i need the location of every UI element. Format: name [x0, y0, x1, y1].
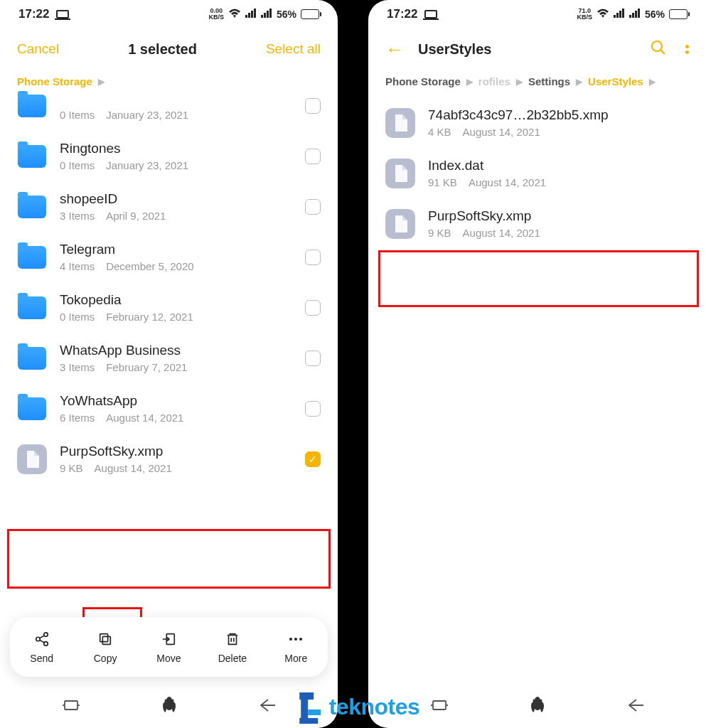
screenshot-left: 17:22 0.00KB/S 56% Cancel 1 selected Sel…: [0, 0, 338, 728]
list-item[interactable]: Tokopedia0 ItemsFebruary 12, 2021: [1, 282, 336, 333]
list-item[interactable]: Ringtones0 ItemsJanuary 23, 2021: [1, 131, 336, 181]
checkbox[interactable]: [305, 149, 321, 164]
status-time: 17:22: [18, 7, 49, 21]
file-icon: [385, 110, 415, 136]
breadcrumb-item[interactable]: Phone Storage: [385, 75, 461, 87]
list-item[interactable]: Podcasts0 ItemsJanuary 23, 2021: [1, 90, 336, 131]
item-meta: 0 ItemsJanuary 23, 2021: [60, 159, 292, 171]
chevron-right-icon: ▶: [576, 77, 582, 87]
breadcrumb-item[interactable]: UserStyles: [588, 75, 643, 87]
list-item[interactable]: WhatsApp Business3 ItemsFebruary 7, 2021: [1, 333, 336, 383]
highlight-annotation: [378, 250, 699, 307]
item-meta: 9 KBAugust 14, 2021: [428, 227, 689, 239]
battery-percent: 56%: [645, 9, 665, 20]
item-name: PurpSoftSky.xmp: [60, 444, 292, 459]
home-button[interactable]: [162, 697, 176, 717]
chevron-right-icon: ▶: [466, 77, 473, 87]
list-item[interactable]: 74abf3c43c97…2b32bb5.xmp4 KBAugust 14, 2…: [370, 97, 705, 148]
folder-header: ← UserStyles: [368, 28, 706, 70]
copy-button[interactable]: Copy: [82, 630, 128, 664]
checkbox[interactable]: [305, 401, 321, 417]
network-speed: 71.0KB/S: [577, 8, 592, 21]
home-button[interactable]: [530, 697, 545, 717]
svg-rect-29: [638, 9, 640, 18]
back-button[interactable]: [260, 698, 275, 715]
folder-icon: [17, 295, 47, 321]
item-body: Ringtones0 ItemsJanuary 23, 2021: [60, 141, 292, 171]
svg-rect-22: [614, 15, 616, 18]
list-item[interactable]: YoWhatsApp6 ItemsAugust 14, 2021: [1, 383, 336, 434]
back-button[interactable]: [628, 698, 643, 715]
list-item[interactable]: Index.dat91 KBAugust 14, 2021: [370, 148, 705, 198]
svg-rect-27: [632, 13, 634, 18]
move-icon: [161, 630, 176, 648]
svg-rect-3: [254, 9, 256, 18]
selection-count: 1 selected: [128, 41, 197, 58]
file-icon: [385, 211, 415, 237]
checkbox[interactable]: [305, 300, 321, 316]
cancel-button[interactable]: Cancel: [17, 41, 59, 57]
checkbox[interactable]: [305, 199, 321, 215]
action-label: Send: [30, 653, 53, 664]
status-bar: 17:22 71.0KB/S 56%: [368, 0, 706, 28]
battery-percent: 56%: [277, 9, 296, 20]
item-body: WhatsApp Business3 ItemsFebruary 7, 2021: [60, 343, 292, 373]
send-button[interactable]: Send: [19, 630, 65, 664]
list-item[interactable]: shopeeID3 ItemsApril 9, 2021: [1, 181, 336, 232]
network-speed: 0.00KB/S: [208, 8, 224, 21]
watermark: teknotes: [287, 687, 420, 727]
item-body: PurpSoftSky.xmp9 KBAugust 14, 2021: [60, 444, 292, 474]
item-name: shopeeID: [60, 191, 292, 207]
checkbox[interactable]: [305, 98, 321, 114]
item-body: shopeeID3 ItemsApril 9, 2021: [60, 191, 292, 222]
recents-button[interactable]: [431, 699, 448, 714]
list-item[interactable]: PurpSoftSky.xmp9 KBAugust 14, 2021✓: [1, 434, 336, 484]
breadcrumb-item[interactable]: Settings: [528, 75, 570, 87]
breadcrumb-item[interactable]: rofiles: [478, 75, 510, 87]
folder-icon: [17, 194, 47, 220]
breadcrumb[interactable]: Phone Storage ▶ rofiles ▶ Settings ▶ Use…: [368, 70, 706, 97]
svg-point-30: [652, 41, 662, 51]
item-body: YoWhatsApp6 ItemsAugust 14, 2021: [60, 393, 292, 424]
action-label: Delete: [218, 653, 247, 664]
more-menu-icon[interactable]: [685, 45, 689, 54]
item-name: YoWhatsApp: [60, 393, 292, 409]
checkbox[interactable]: [305, 350, 321, 366]
svg-rect-26: [629, 15, 631, 18]
breadcrumb-item[interactable]: Phone Storage: [17, 75, 92, 87]
file-list[interactable]: Podcasts0 ItemsJanuary 23, 2021Ringtones…: [0, 90, 338, 484]
recents-button[interactable]: [63, 699, 80, 714]
chevron-right-icon: ▶: [516, 77, 523, 87]
delete-button[interactable]: Delete: [210, 630, 255, 664]
more-button[interactable]: More: [273, 630, 319, 664]
search-icon[interactable]: [650, 39, 667, 60]
status-time: 17:22: [387, 7, 417, 21]
item-name: Ringtones: [60, 141, 292, 156]
folder-icon: [17, 245, 47, 270]
svg-point-8: [36, 637, 40, 641]
chevron-right-icon: ▶: [98, 77, 105, 87]
checkbox[interactable]: [305, 250, 321, 265]
wifi-icon: [228, 9, 241, 21]
folder-icon: [17, 346, 47, 371]
list-item[interactable]: PurpSoftSky.xmp9 KBAugust 14, 2021: [370, 198, 705, 249]
move-button[interactable]: Move: [146, 630, 191, 664]
signal-icon: [245, 9, 257, 20]
svg-rect-13: [102, 636, 110, 644]
item-body: Tokopedia0 ItemsFebruary 12, 2021: [60, 292, 292, 323]
list-item[interactable]: Telegram4 ItemsDecember 5, 2020: [1, 232, 336, 282]
trash-icon: [225, 630, 240, 648]
svg-point-10: [43, 642, 48, 646]
checkbox[interactable]: ✓: [305, 451, 321, 467]
svg-rect-1: [248, 13, 250, 18]
file-list[interactable]: 74abf3c43c97…2b32bb5.xmp4 KBAugust 14, 2…: [368, 97, 706, 249]
svg-rect-19: [65, 701, 77, 710]
back-arrow-icon[interactable]: ←: [385, 38, 404, 60]
item-meta: 4 ItemsDecember 5, 2020: [60, 260, 292, 272]
screenshot-right: 17:22 71.0KB/S 56% ← UserStyles Phone St…: [368, 0, 706, 728]
select-all-button[interactable]: Select all: [266, 41, 321, 57]
item-body: 74abf3c43c97…2b32bb5.xmp4 KBAugust 14, 2…: [428, 107, 689, 138]
selection-header: Cancel 1 selected Select all: [0, 28, 338, 70]
share-icon: [34, 630, 50, 648]
svg-rect-6: [267, 11, 269, 18]
